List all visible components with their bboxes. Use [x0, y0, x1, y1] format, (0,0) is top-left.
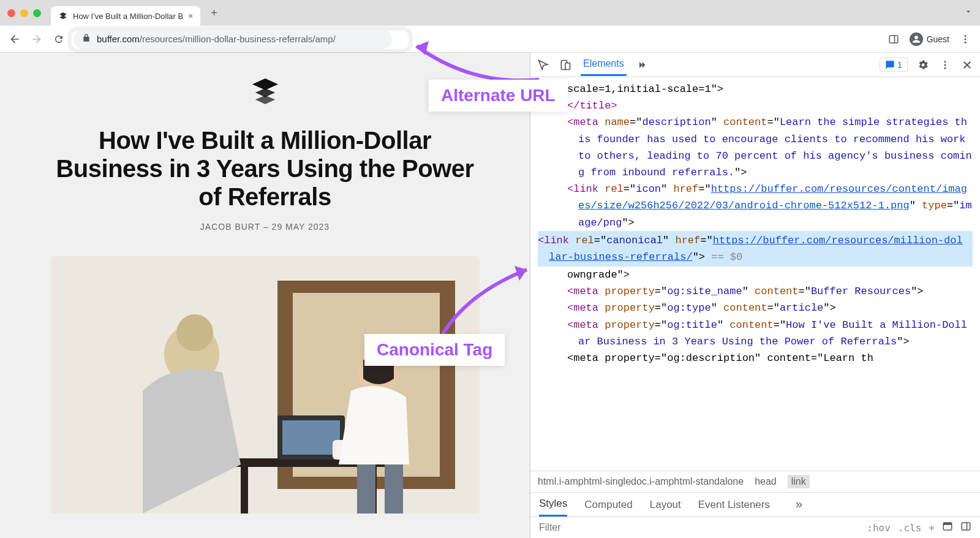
tab-list-button[interactable] [964, 7, 973, 18]
address-bar[interactable]: buffer.com/resources/million-dollar-busi… [74, 29, 392, 49]
maximize-window-button[interactable] [33, 9, 41, 17]
svg-rect-12 [282, 420, 340, 455]
article-date: 29 MAY 2023 [272, 222, 330, 232]
close-tab-icon[interactable]: × [188, 11, 193, 21]
url-path: /resources/million-dollar-business-refer… [140, 34, 336, 44]
article-meta: JACOB BURT – 29 MAY 2023 [200, 222, 330, 232]
og-description-line[interactable]: <meta property="og:description" content=… [567, 350, 973, 366]
device-mode-icon[interactable] [559, 58, 572, 72]
web-page: How I've Built a Million-Dollar Business… [0, 53, 530, 538]
avatar-icon [910, 32, 923, 46]
profile-button[interactable]: Guest [910, 32, 949, 46]
svg-point-23 [944, 67, 946, 69]
styles-tab[interactable]: Styles [539, 493, 567, 517]
svg-point-15 [176, 314, 213, 351]
svg-rect-20 [565, 63, 570, 69]
lock-icon [82, 34, 91, 44]
alternate-url-label: Alternate URL [429, 80, 568, 112]
browser-tab[interactable]: How I've Built a Million-Dollar B × [51, 6, 200, 26]
styles-filter-bar: :hov .cls + [530, 517, 980, 538]
devtools-tab-bar: Elements 1 [530, 53, 980, 77]
inspect-icon[interactable] [537, 58, 550, 72]
elements-tab[interactable]: Elements [581, 53, 627, 76]
buffer-logo [251, 77, 279, 108]
url-text: buffer.com/resources/million-dollar-busi… [97, 34, 336, 44]
reload-button[interactable] [51, 32, 66, 47]
browser-toolbar: buffer.com/resources/million-dollar-busi… [0, 26, 980, 53]
og-type-line[interactable]: <meta property="og:type" content="articl… [567, 300, 973, 316]
svg-point-2 [965, 35, 967, 37]
breadcrumb-head[interactable]: head [755, 476, 777, 487]
issues-count: 1 [897, 59, 902, 70]
breadcrumb-link[interactable]: link [788, 475, 810, 488]
styles-tab-bar: Styles Computed Layout Event Listeners [530, 492, 980, 517]
og-title-line[interactable]: <meta property="og:title" content="How I… [567, 317, 973, 350]
element-breadcrumb[interactable]: html.i-amphtml-singledoc.i-amphtml-stand… [530, 471, 980, 492]
buffer-favicon [58, 11, 68, 21]
svg-point-21 [944, 61, 946, 63]
computed-tab[interactable]: Computed [584, 494, 632, 516]
breadcrumb-html[interactable]: html.i-amphtml-singledoc.i-amphtml-stand… [538, 476, 744, 487]
meta-description-line[interactable]: <meta name="description" content="Learn … [567, 114, 973, 181]
hero-image [51, 256, 480, 513]
svg-rect-26 [962, 523, 970, 530]
tab-title: How I've Built a Million-Dollar B [73, 12, 183, 21]
link-icon-line[interactable]: <link rel="icon" href="https://buffer.co… [567, 181, 973, 231]
settings-icon[interactable] [916, 58, 930, 72]
back-button[interactable] [7, 32, 22, 47]
window-controls [7, 9, 41, 17]
minimize-window-button[interactable] [20, 9, 28, 17]
toggle-sidebar-icon[interactable] [960, 521, 971, 534]
computed-styles-sidebar-icon[interactable] [942, 521, 953, 534]
svg-point-3 [965, 38, 967, 40]
filter-input[interactable] [539, 522, 858, 533]
title-close-line[interactable]: </title> [567, 97, 973, 114]
svg-rect-0 [889, 36, 898, 43]
owngrade-line[interactable]: owngrade"> [567, 267, 973, 283]
svg-rect-25 [943, 523, 952, 525]
layout-tab[interactable]: Layout [650, 494, 681, 516]
devtools-panel: Elements 1 scale=1,i [530, 53, 980, 538]
article-title: How I've Built a Million-Dollar Business… [51, 126, 480, 211]
content-area: How I've Built a Million-Dollar Business… [0, 53, 980, 538]
svg-rect-9 [241, 467, 248, 513]
more-styles-tabs-icon[interactable] [792, 498, 805, 512]
guest-label: Guest [927, 34, 949, 44]
filter-right-controls: :hov .cls + [867, 521, 971, 534]
meta-viewport-line[interactable]: scale=1,initial-scale=1"> [567, 81, 973, 97]
toolbar-right: Guest [886, 32, 973, 47]
new-style-rule-icon[interactable]: + [929, 522, 935, 534]
canonical-tag-label: Canonical Tag [364, 334, 505, 366]
svg-point-4 [965, 41, 967, 43]
elements-tree[interactable]: scale=1,initial-scale=1"> </title> <meta… [530, 77, 980, 471]
link-canonical-line[interactable]: <link rel="canonical" href="https://buff… [538, 231, 973, 267]
kebab-menu-icon[interactable] [958, 32, 973, 47]
og-site-name-line[interactable]: <meta property="og:site_name" content="B… [567, 283, 973, 300]
devtools-kebab-icon[interactable] [938, 58, 952, 72]
svg-point-22 [944, 64, 946, 66]
event-listeners-tab[interactable]: Event Listeners [698, 494, 770, 516]
issues-badge[interactable]: 1 [880, 58, 908, 72]
url-domain: buffer.com [97, 34, 140, 44]
side-panel-icon[interactable] [886, 32, 901, 47]
devtools-right-controls: 1 [880, 58, 974, 72]
article-author: JACOB BURT [200, 222, 260, 232]
cls-toggle[interactable]: .cls [898, 522, 922, 534]
tab-strip: How I've Built a Million-Dollar B × + [0, 0, 980, 26]
svg-rect-17 [357, 464, 375, 513]
hov-toggle[interactable]: :hov [867, 522, 891, 534]
new-tab-button[interactable]: + [205, 4, 222, 21]
forward-button[interactable] [29, 32, 44, 47]
more-tabs-icon[interactable] [635, 58, 649, 72]
close-devtools-icon[interactable] [960, 58, 974, 72]
svg-rect-18 [385, 464, 403, 513]
close-window-button[interactable] [7, 9, 15, 17]
